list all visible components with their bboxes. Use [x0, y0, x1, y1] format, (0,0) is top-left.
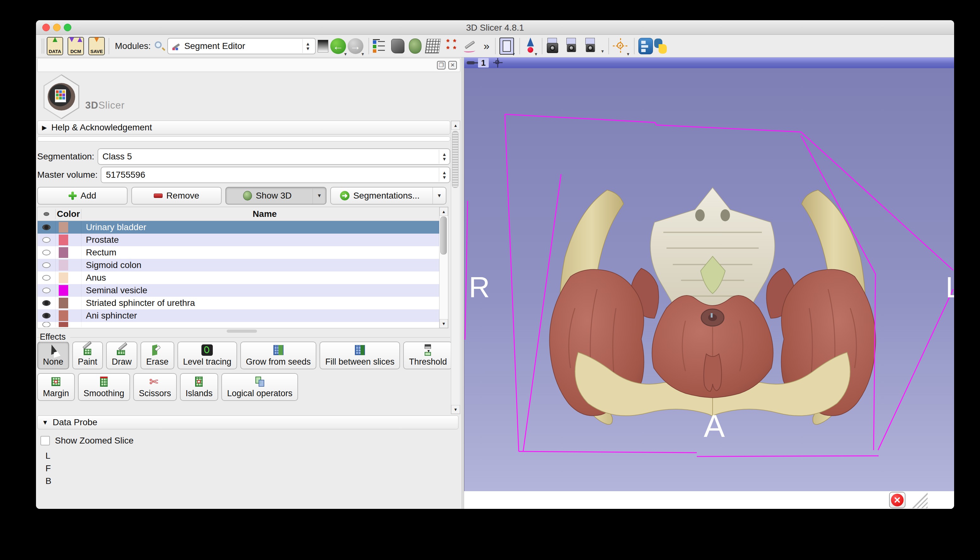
scroll-up-icon[interactable]: ▲: [440, 207, 448, 216]
segment-color-swatch[interactable]: [59, 298, 68, 308]
panel-scrollbar-thumb[interactable]: [452, 131, 458, 188]
close-view-button[interactable]: ✕: [889, 492, 905, 508]
visibility-toggle-icon[interactable]: [42, 300, 50, 306]
annotations-module-icon[interactable]: [463, 38, 477, 54]
scroll-up-icon[interactable]: ▲: [451, 121, 460, 130]
load-data-button[interactable]: ▲ DATA: [47, 37, 63, 55]
segment-color-swatch[interactable]: [59, 322, 68, 327]
segmentation-selector[interactable]: Class 5 ▲▼: [98, 148, 450, 165]
table-row[interactable]: Sigmoid colon: [38, 259, 448, 272]
show-3d-dropdown-icon[interactable]: ▼: [313, 188, 326, 204]
table-row[interactable]: Rectum: [38, 246, 448, 259]
toolbar-overflow-button[interactable]: »: [483, 40, 489, 52]
scroll-down-icon[interactable]: ▼: [451, 405, 460, 414]
title-bar[interactable]: 3D Slicer 4.8.1: [36, 20, 954, 35]
visibility-toggle-icon[interactable]: [42, 225, 50, 230]
transforms-module-icon[interactable]: [425, 39, 441, 53]
add-segment-button[interactable]: Add: [37, 187, 128, 205]
scene-view-restore-button[interactable]: [584, 38, 598, 54]
visibility-toggle-icon[interactable]: [42, 288, 50, 293]
pin-icon[interactable]: [467, 61, 475, 64]
favorite-modules-icon[interactable]: [373, 38, 387, 54]
save-button[interactable]: ▼ SAVE: [88, 37, 105, 55]
table-scrollbar[interactable]: ▲ ▼: [439, 207, 448, 328]
effect-level-tracing-button[interactable]: Level tracing: [177, 342, 237, 369]
table-row[interactable]: Anus: [38, 272, 448, 284]
table-row[interactable]: Ani sphincter: [38, 309, 448, 322]
visibility-toggle-icon[interactable]: [42, 322, 50, 327]
visibility-toggle-icon[interactable]: [42, 237, 50, 243]
segment-color-swatch[interactable]: [59, 235, 68, 245]
visibility-toggle-icon[interactable]: [42, 275, 50, 281]
segmentations-button[interactable]: ➜ Segmentations... ▼: [330, 187, 447, 205]
dicom-button[interactable]: ▼▲ DCM: [68, 37, 84, 55]
effect-threshold-button[interactable]: ▼ Threshold: [403, 342, 452, 369]
table-row[interactable]: Prostate: [38, 233, 448, 246]
table-scrollbar-thumb[interactable]: [440, 217, 447, 255]
segment-color-swatch[interactable]: [59, 272, 68, 283]
effect-margin-button[interactable]: Margin: [37, 373, 75, 401]
models-module-icon[interactable]: [391, 39, 405, 53]
undock-panel-icon[interactable]: ❐: [437, 61, 445, 70]
effect-draw-button[interactable]: Draw: [106, 342, 137, 369]
threed-viewport[interactable]: R L A: [464, 68, 954, 491]
close-panel-icon[interactable]: ✕: [448, 61, 457, 70]
module-history-icon[interactable]: [318, 40, 328, 52]
segmentation-spinner[interactable]: ▲▼: [439, 150, 450, 163]
effect-scissors-button[interactable]: ✄ Scissors: [133, 373, 177, 401]
volume-rendering-icon[interactable]: [409, 38, 422, 54]
module-search-icon[interactable]: [154, 41, 165, 52]
master-volume-selector[interactable]: 51755596 ▲▼: [101, 167, 450, 183]
panel-scrollbar[interactable]: ▲ ▼: [451, 121, 460, 414]
screenshot-button[interactable]: [546, 38, 561, 54]
effect-erase-button[interactable]: Erase: [140, 342, 174, 369]
effect-none-button[interactable]: None: [37, 342, 69, 369]
toolbar-drag-handle[interactable]: [42, 38, 44, 54]
visibility-toggle-icon[interactable]: [42, 262, 50, 268]
segment-color-swatch[interactable]: [59, 260, 68, 270]
view-controller-icon[interactable]: [493, 58, 503, 68]
segment-color-swatch[interactable]: [59, 310, 68, 321]
segment-color-swatch[interactable]: [59, 285, 68, 296]
forward-dropdown-icon[interactable]: ▼: [361, 52, 365, 57]
visibility-toggle-icon[interactable]: [42, 250, 50, 255]
module-forward-button[interactable]: →: [348, 38, 363, 54]
effect-fill-between-slices-button[interactable]: Fill between slices: [320, 342, 400, 369]
window-resize-grip[interactable]: [912, 492, 928, 508]
scene-view-capture-button[interactable]: [565, 38, 580, 54]
back-dropdown-icon[interactable]: ▼: [343, 52, 348, 57]
scene-view-dropdown-icon[interactable]: ▼: [600, 49, 605, 54]
show-zoomed-slice-checkbox[interactable]: [40, 436, 50, 445]
markups-module-icon[interactable]: * ** *: [444, 38, 459, 54]
module-selector[interactable]: Segment Editor ▲▼: [167, 38, 316, 54]
table-row[interactable]: Striated sphincter of urethra: [38, 297, 448, 309]
table-row[interactable]: [38, 322, 448, 327]
effect-paint-button[interactable]: Paint: [72, 342, 103, 369]
module-spinner[interactable]: ▲▼: [302, 39, 313, 53]
show-3d-button[interactable]: Show 3D ▼: [225, 187, 327, 205]
table-row[interactable]: Seminal vesicle: [38, 284, 448, 297]
mouse-interaction-mode-button[interactable]: [524, 38, 537, 55]
crosshair-button[interactable]: [613, 38, 628, 54]
help-acknowledgement-section[interactable]: ▶ Help & Acknowledgement: [37, 121, 450, 135]
effect-smoothing-button[interactable]: Smoothing: [78, 373, 130, 401]
effect-grow-from-seeds-button[interactable]: Grow from seeds: [240, 342, 317, 369]
master-volume-spinner[interactable]: ▲▼: [439, 168, 450, 182]
segment-color-swatch[interactable]: [59, 247, 68, 258]
panel-view-splitter[interactable]: [462, 57, 464, 509]
table-resize-handle[interactable]: [227, 330, 257, 333]
segmentations-dropdown-icon[interactable]: ▼: [433, 188, 446, 204]
data-probe-section[interactable]: ▼ Data Probe: [37, 415, 458, 429]
panel-dock-header[interactable]: ❐ ✕: [37, 58, 460, 72]
layout-selector-button[interactable]: [500, 38, 514, 55]
extensions-manager-icon[interactable]: [638, 38, 653, 54]
threed-view-header[interactable]: 1: [464, 57, 954, 68]
effect-islands-button[interactable]: Islands: [180, 373, 218, 401]
segment-color-swatch[interactable]: [59, 222, 68, 233]
module-back-button[interactable]: ←: [330, 38, 346, 54]
table-row[interactable]: Urinary bladder: [38, 221, 448, 233]
effect-logical-operators-button[interactable]: Logical operators: [221, 373, 298, 401]
scroll-down-icon[interactable]: ▼: [440, 319, 448, 328]
segment-table[interactable]: Color Name Urinary bladder Prostate: [37, 207, 448, 328]
visibility-toggle-icon[interactable]: [42, 313, 50, 318]
